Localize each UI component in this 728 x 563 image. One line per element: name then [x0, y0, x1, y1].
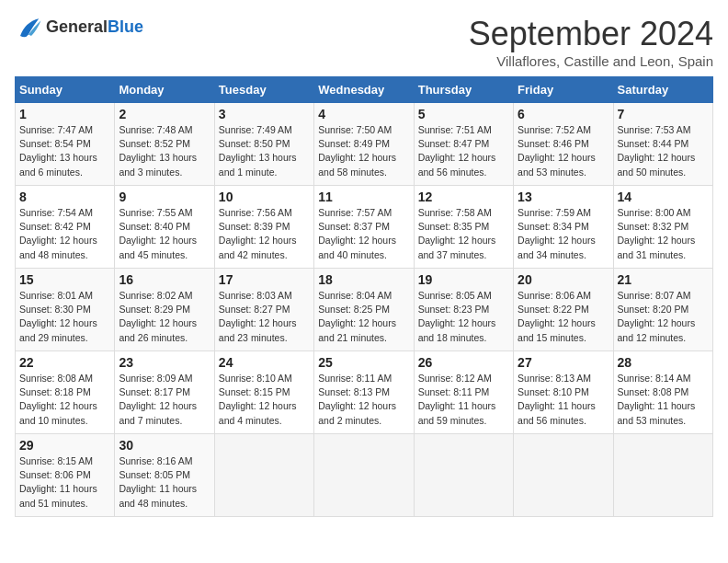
calendar-cell: 5Sunrise: 7:51 AMSunset: 8:47 PMDaylight… — [414, 103, 513, 186]
day-info: Sunrise: 8:12 AMSunset: 8:11 PMDaylight:… — [418, 372, 509, 428]
day-info: Sunrise: 8:10 AMSunset: 8:15 PMDaylight:… — [219, 372, 310, 428]
header-sunday: Sunday — [16, 77, 115, 103]
day-number: 17 — [219, 272, 310, 287]
day-number: 18 — [318, 272, 409, 287]
day-info: Sunrise: 7:56 AMSunset: 8:39 PMDaylight:… — [219, 206, 310, 262]
day-info: Sunrise: 7:53 AMSunset: 8:44 PMDaylight:… — [618, 123, 709, 179]
logo-blue-text: Blue — [108, 17, 143, 36]
day-info: Sunrise: 8:13 AMSunset: 8:10 PMDaylight:… — [518, 372, 609, 428]
calendar-cell: 10Sunrise: 7:56 AMSunset: 8:39 PMDayligh… — [214, 186, 313, 269]
header-thursday: Thursday — [414, 77, 513, 103]
calendar-cell: 28Sunrise: 8:14 AMSunset: 8:08 PMDayligh… — [613, 351, 712, 434]
day-info: Sunrise: 7:55 AMSunset: 8:40 PMDaylight:… — [119, 206, 210, 262]
page-header: GeneralBlue September 2024 Villaflores, … — [15, 15, 713, 69]
day-number: 24 — [219, 355, 310, 370]
calendar-week-row: 29Sunrise: 8:15 AMSunset: 8:06 PMDayligh… — [16, 434, 713, 517]
calendar-cell: 13Sunrise: 7:59 AMSunset: 8:34 PMDayligh… — [514, 186, 613, 269]
location-text: Villaflores, Castille and Leon, Spain — [469, 53, 713, 69]
header-friday: Friday — [514, 77, 613, 103]
calendar-cell: 26Sunrise: 8:12 AMSunset: 8:11 PMDayligh… — [414, 351, 513, 434]
day-info: Sunrise: 7:47 AMSunset: 8:54 PMDaylight:… — [19, 123, 110, 179]
calendar-cell: 25Sunrise: 8:11 AMSunset: 8:13 PMDayligh… — [314, 351, 414, 434]
title-block: September 2024 Villaflores, Castille and… — [469, 15, 713, 69]
day-info: Sunrise: 8:01 AMSunset: 8:30 PMDaylight:… — [19, 289, 110, 345]
day-number: 23 — [119, 355, 210, 370]
calendar-cell: 27Sunrise: 8:13 AMSunset: 8:10 PMDayligh… — [514, 351, 613, 434]
calendar-cell: 18Sunrise: 8:04 AMSunset: 8:25 PMDayligh… — [314, 269, 414, 351]
calendar-cell: 8Sunrise: 7:54 AMSunset: 8:42 PMDaylight… — [16, 186, 115, 269]
day-info: Sunrise: 7:58 AMSunset: 8:35 PMDaylight:… — [418, 206, 509, 262]
day-number: 16 — [119, 272, 210, 287]
day-number: 2 — [119, 107, 210, 121]
header-saturday: Saturday — [613, 77, 712, 103]
calendar-cell: 15Sunrise: 8:01 AMSunset: 8:30 PMDayligh… — [16, 269, 115, 351]
day-number: 9 — [119, 190, 210, 204]
day-number: 20 — [518, 272, 609, 287]
day-info: Sunrise: 8:14 AMSunset: 8:08 PMDaylight:… — [618, 372, 709, 428]
logo: GeneralBlue — [15, 15, 143, 40]
day-info: Sunrise: 8:15 AMSunset: 8:06 PMDaylight:… — [19, 454, 110, 511]
day-info: Sunrise: 7:59 AMSunset: 8:34 PMDaylight:… — [518, 206, 609, 262]
calendar-cell: 6Sunrise: 7:52 AMSunset: 8:46 PMDaylight… — [514, 103, 613, 186]
calendar-cell — [613, 434, 712, 517]
day-number: 25 — [318, 355, 409, 370]
day-info: Sunrise: 7:50 AMSunset: 8:49 PMDaylight:… — [318, 123, 409, 179]
day-number: 19 — [418, 272, 509, 287]
day-number: 12 — [418, 190, 509, 204]
logo-bird-icon — [15, 15, 42, 40]
calendar-cell — [214, 434, 313, 517]
day-info: Sunrise: 8:03 AMSunset: 8:27 PMDaylight:… — [219, 289, 310, 345]
day-number: 5 — [418, 107, 509, 121]
day-info: Sunrise: 8:02 AMSunset: 8:29 PMDaylight:… — [119, 289, 210, 345]
day-number: 13 — [518, 190, 609, 204]
calendar-cell: 19Sunrise: 8:05 AMSunset: 8:23 PMDayligh… — [414, 269, 513, 351]
calendar-header-row: Sunday Monday Tuesday Wednesday Thursday… — [16, 77, 713, 103]
logo-general-text: General — [46, 17, 108, 36]
day-number: 11 — [318, 190, 409, 204]
calendar-cell: 14Sunrise: 8:00 AMSunset: 8:32 PMDayligh… — [613, 186, 712, 269]
day-number: 27 — [518, 355, 609, 370]
day-number: 3 — [219, 107, 310, 121]
day-info: Sunrise: 8:06 AMSunset: 8:22 PMDaylight:… — [518, 289, 609, 345]
calendar-cell: 1Sunrise: 7:47 AMSunset: 8:54 PMDaylight… — [16, 103, 115, 186]
header-wednesday: Wednesday — [314, 77, 414, 103]
day-number: 21 — [618, 272, 709, 287]
day-info: Sunrise: 8:04 AMSunset: 8:25 PMDaylight:… — [318, 289, 409, 345]
calendar-cell: 2Sunrise: 7:48 AMSunset: 8:52 PMDaylight… — [115, 103, 214, 186]
day-number: 4 — [318, 107, 409, 121]
day-number: 22 — [19, 355, 110, 370]
day-number: 26 — [418, 355, 509, 370]
day-number: 28 — [618, 355, 709, 370]
day-info: Sunrise: 7:48 AMSunset: 8:52 PMDaylight:… — [119, 123, 210, 179]
calendar-cell: 4Sunrise: 7:50 AMSunset: 8:49 PMDaylight… — [314, 103, 414, 186]
day-number: 10 — [219, 190, 310, 204]
day-info: Sunrise: 8:11 AMSunset: 8:13 PMDaylight:… — [318, 372, 409, 428]
calendar-cell: 20Sunrise: 8:06 AMSunset: 8:22 PMDayligh… — [514, 269, 613, 351]
calendar-cell: 11Sunrise: 7:57 AMSunset: 8:37 PMDayligh… — [314, 186, 414, 269]
day-number: 14 — [618, 190, 709, 204]
calendar-week-row: 15Sunrise: 8:01 AMSunset: 8:30 PMDayligh… — [16, 269, 713, 351]
day-info: Sunrise: 8:16 AMSunset: 8:05 PMDaylight:… — [119, 454, 210, 511]
day-info: Sunrise: 8:09 AMSunset: 8:17 PMDaylight:… — [119, 372, 210, 428]
calendar-cell: 30Sunrise: 8:16 AMSunset: 8:05 PMDayligh… — [115, 434, 214, 517]
calendar-cell — [314, 434, 414, 517]
day-info: Sunrise: 7:54 AMSunset: 8:42 PMDaylight:… — [19, 206, 110, 262]
calendar-cell: 23Sunrise: 8:09 AMSunset: 8:17 PMDayligh… — [115, 351, 214, 434]
day-info: Sunrise: 8:08 AMSunset: 8:18 PMDaylight:… — [19, 372, 110, 428]
calendar-cell — [514, 434, 613, 517]
day-number: 29 — [19, 438, 110, 453]
day-info: Sunrise: 7:49 AMSunset: 8:50 PMDaylight:… — [219, 123, 310, 179]
calendar-week-row: 1Sunrise: 7:47 AMSunset: 8:54 PMDaylight… — [16, 103, 713, 186]
calendar-cell: 12Sunrise: 7:58 AMSunset: 8:35 PMDayligh… — [414, 186, 513, 269]
day-number: 6 — [518, 107, 609, 121]
day-number: 7 — [618, 107, 709, 121]
day-number: 1 — [19, 107, 110, 121]
calendar-cell: 24Sunrise: 8:10 AMSunset: 8:15 PMDayligh… — [214, 351, 313, 434]
day-number: 30 — [119, 438, 210, 453]
day-info: Sunrise: 7:57 AMSunset: 8:37 PMDaylight:… — [318, 206, 409, 262]
calendar-week-row: 22Sunrise: 8:08 AMSunset: 8:18 PMDayligh… — [16, 351, 713, 434]
day-info: Sunrise: 8:07 AMSunset: 8:20 PMDaylight:… — [618, 289, 709, 345]
day-info: Sunrise: 7:52 AMSunset: 8:46 PMDaylight:… — [518, 123, 609, 179]
calendar-cell: 22Sunrise: 8:08 AMSunset: 8:18 PMDayligh… — [16, 351, 115, 434]
calendar-cell: 29Sunrise: 8:15 AMSunset: 8:06 PMDayligh… — [16, 434, 115, 517]
